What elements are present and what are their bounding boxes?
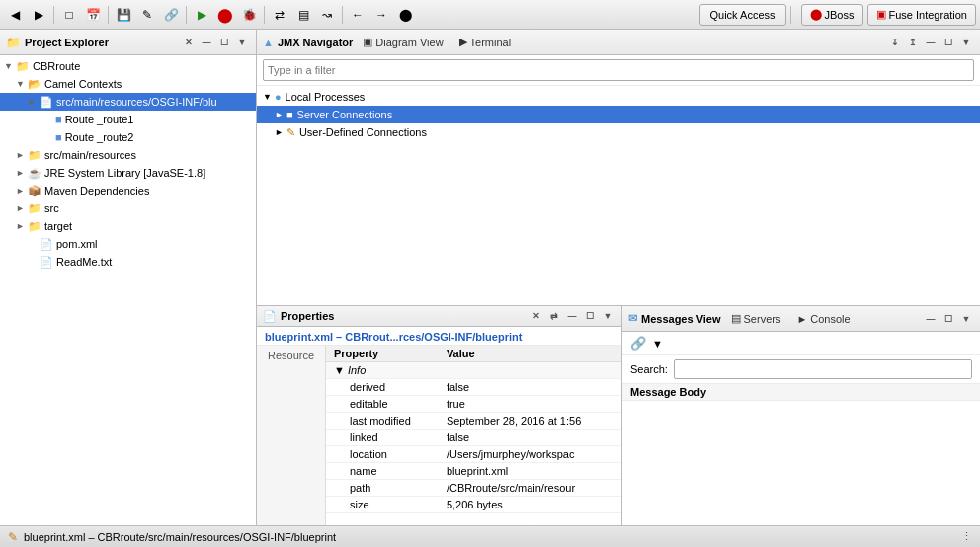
- jmx-panel-icon2[interactable]: ↥: [905, 35, 921, 50]
- properties-min[interactable]: ―: [564, 308, 580, 324]
- project-explorer-close-icon[interactable]: ✕: [181, 35, 197, 50]
- jmx-filter-input[interactable]: [263, 59, 974, 81]
- quick-access-button[interactable]: Quick Access: [699, 4, 786, 26]
- toolbar-btn-13[interactable]: ⬤: [394, 4, 416, 26]
- tree-item-route1[interactable]: ■ Route _route1: [0, 111, 256, 128]
- jmx-panel-header-icons: ↧ ↥ ― ☐ ▼: [887, 35, 974, 50]
- messages-menu[interactable]: ▼: [958, 311, 974, 327]
- jmx-panel-menu[interactable]: ▼: [958, 35, 974, 50]
- toolbar-btn-4[interactable]: 📅: [82, 4, 104, 26]
- camel-contexts-icon: 📂: [28, 78, 41, 91]
- toolbar-btn-7[interactable]: 🔗: [160, 4, 182, 26]
- tree-item-target[interactable]: ► 📁 target: [0, 217, 256, 235]
- toolbar-btn-11[interactable]: ←: [347, 4, 368, 26]
- project-explorer-header: 📁 Project Explorer ✕ ― ☐ ▼: [0, 30, 256, 55]
- tree-arrow-maven-deps: ►: [16, 186, 28, 195]
- msg-search-input[interactable]: [674, 359, 972, 379]
- tree-item-src[interactable]: ► 📁 src: [0, 199, 256, 217]
- toolbar-btn-3[interactable]: □: [58, 4, 80, 26]
- user-defined-icon: ✎: [286, 126, 295, 139]
- tab-console[interactable]: ► Console: [790, 311, 856, 327]
- tree-label-target: target: [44, 220, 72, 232]
- target-icon: 📁: [28, 220, 41, 233]
- props-resource-row: Resource Property Value: [257, 346, 621, 525]
- toolbar-btn-5[interactable]: 💾: [113, 4, 134, 26]
- toolbar-btn-10[interactable]: ↝: [316, 4, 338, 26]
- properties-table: Property Value ▼ Info derived: [326, 346, 621, 513]
- messages-max[interactable]: ☐: [940, 311, 956, 327]
- table-row: derived false: [326, 379, 621, 396]
- messages-toolbar-icon1[interactable]: 🔗: [630, 336, 646, 351]
- toolbar-btn-8[interactable]: ⇄: [269, 4, 290, 26]
- status-bar-more[interactable]: ⋮: [961, 530, 972, 543]
- messages-icon: ✉: [628, 312, 637, 325]
- toolbar-btn-6[interactable]: ✎: [136, 4, 158, 26]
- messages-min[interactable]: ―: [923, 311, 939, 327]
- tree-item-route2[interactable]: ■ Route _route2: [0, 128, 256, 146]
- terminal-icon: ▶: [459, 36, 467, 48]
- toolbar-sep-2: [108, 6, 109, 24]
- diagram-view-label: Diagram View: [375, 37, 443, 48]
- route1-icon: ■: [55, 114, 62, 125]
- toolbar-btn-12[interactable]: →: [370, 4, 392, 26]
- tab-diagram-view[interactable]: ▣ Diagram View: [357, 34, 449, 50]
- tree-item-readmetxt[interactable]: 📄 ReadMe.txt: [0, 253, 256, 271]
- jmx-arrow-user-defined: ►: [275, 127, 284, 137]
- jmx-panel-header: ▲ JMX Navigator ▣ Diagram View ▶ Termina…: [257, 30, 980, 55]
- jboss-button[interactable]: ⬤ JBoss: [801, 4, 863, 26]
- jmx-item-local-processes[interactable]: ▼ ● Local Processes: [257, 88, 980, 106]
- tree-item-src-main-resources[interactable]: ► 📁 src/main/resources: [0, 146, 256, 164]
- toolbar-btn-2[interactable]: ▶: [28, 4, 49, 26]
- jmx-panel-max[interactable]: ☐: [940, 35, 956, 50]
- toolbar-sep-1: [53, 6, 54, 24]
- project-explorer-min-icon[interactable]: ―: [199, 35, 214, 50]
- toolbar-btn-1[interactable]: ◀: [4, 4, 26, 26]
- tree-label-jre: JRE System Library [JavaSE-1.8]: [44, 167, 205, 179]
- tree-arrow-osgi-inf: ►: [28, 97, 40, 107]
- table-row: editable true: [326, 396, 621, 413]
- jmx-panel-min[interactable]: ―: [923, 35, 939, 50]
- prop-value-path: /CBRroute/src/main/resour: [439, 480, 621, 497]
- prop-name-path: path: [326, 480, 439, 497]
- prop-value-derived: false: [439, 379, 621, 396]
- properties-close[interactable]: ✕: [529, 308, 544, 324]
- properties-menu[interactable]: ▼: [600, 308, 615, 324]
- jmx-title: JMX Navigator: [278, 37, 353, 48]
- properties-max[interactable]: ☐: [582, 308, 598, 324]
- jmx-icon: ▲: [263, 37, 274, 48]
- jmx-item-user-defined[interactable]: ► ✎ User-Defined Connections: [257, 123, 980, 141]
- prop-value-location: /Users/jmurphey/workspac: [439, 446, 621, 463]
- properties-header: 📄 Properties ✕ ⇄ ― ☐ ▼: [257, 306, 621, 327]
- msg-body-content: [622, 401, 980, 525]
- toolbar-stop-btn[interactable]: ⬤: [214, 4, 236, 26]
- tree-item-cbroute[interactable]: ▼ 📁 CBRroute: [0, 57, 256, 75]
- toolbar-btn-9[interactable]: ▤: [292, 4, 314, 26]
- project-explorer-menu-icon[interactable]: ▼: [234, 35, 250, 50]
- tree-item-jre[interactable]: ► ☕ JRE System Library [JavaSE-1.8]: [0, 164, 256, 182]
- tree-item-maven-deps[interactable]: ► 📦 Maven Dependencies: [0, 182, 256, 199]
- status-file-icon: ✎: [8, 530, 18, 544]
- jmx-panel-icon1[interactable]: ↧: [887, 35, 903, 50]
- tree-item-osgi-inf[interactable]: ► 📄 src/main/resources/OSGI-INF/blu: [0, 93, 256, 111]
- toolbar-run-btn[interactable]: ▶: [191, 4, 212, 26]
- tab-terminal[interactable]: ▶ Terminal: [453, 34, 518, 50]
- tree-item-pomxml[interactable]: 📄 pom.xml: [0, 235, 256, 253]
- fuse-integration-button[interactable]: ▣ Fuse Integration: [867, 4, 977, 26]
- prop-value-linked: false: [439, 430, 621, 446]
- tree-item-camel-contexts[interactable]: ▼ 📂 Camel Contexts: [0, 75, 256, 93]
- messages-toolbar-chevron[interactable]: ▼: [652, 338, 663, 350]
- toolbar-debug-btn[interactable]: 🐞: [238, 4, 260, 26]
- properties-link[interactable]: ⇄: [546, 308, 562, 324]
- col-value: Value: [439, 346, 621, 362]
- jmx-label-server-connections: Server Connections: [297, 109, 393, 120]
- tab-servers[interactable]: ▤ Servers: [725, 310, 787, 327]
- jmx-item-server-connections[interactable]: ► ■ Server Connections: [257, 106, 980, 123]
- prop-name-size: size: [326, 497, 439, 513]
- project-explorer-max-icon[interactable]: ☐: [216, 35, 232, 50]
- table-row: name blueprint.xml: [326, 463, 621, 480]
- toolbar-sep-4: [264, 6, 265, 24]
- prop-name-editable: editable: [326, 396, 439, 413]
- tree-label-src-main-resources: src/main/resources: [44, 149, 136, 161]
- local-processes-icon: ●: [275, 91, 282, 103]
- tree-label-src: src: [44, 202, 59, 214]
